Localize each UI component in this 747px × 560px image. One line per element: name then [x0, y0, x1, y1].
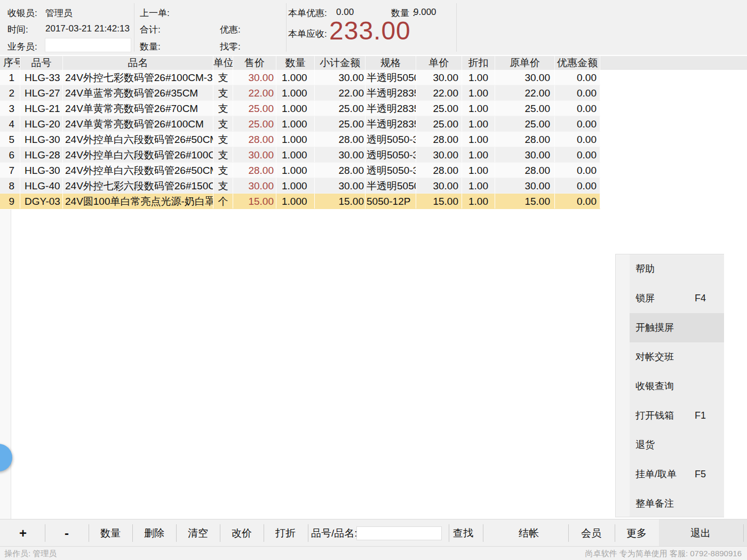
toolbar-divider — [615, 524, 615, 542]
cell-name: 24V外控单白六段数码管26#50CM — [63, 132, 213, 147]
status-bar: 操作员: 管理员 尚卓软件 专为简单使用 客服: 0792-8890916 — [0, 546, 747, 560]
cell-discount-amt: 0.00 — [555, 147, 600, 162]
cell-name: 24V单黄常亮数码管26#70CM — [63, 101, 213, 116]
cell-discount-amt: 0.00 — [555, 85, 600, 100]
menu-item-label: 帮助 — [635, 254, 655, 284]
item-search-input[interactable] — [356, 526, 442, 540]
cell-qty: 1.000 — [276, 70, 315, 85]
cell-unit: 支 — [213, 163, 233, 178]
toolbar-divider — [176, 524, 177, 542]
cell-unit-price: 25.00 — [416, 116, 462, 131]
cell-discount: 1.00 — [462, 116, 495, 131]
settle-button[interactable]: 结帐 — [519, 519, 539, 547]
table-row[interactable]: 5 HLG-30 24V外控单白六段数码管26#50CM 支 28.00 1.0… — [0, 132, 600, 147]
table-row[interactable]: 7 HLG-30 24V外控单白六段数码管26#50CM 支 28.00 1.0… — [0, 163, 600, 178]
cell-discount: 1.00 — [462, 70, 495, 85]
more-button[interactable]: 更多 — [626, 519, 647, 547]
menu-item-open-drawer[interactable]: 打开钱箱 F1 — [616, 401, 724, 430]
cell-orig-price: 30.00 — [495, 70, 555, 85]
cell-orig-price: 28.00 — [495, 163, 555, 178]
table-row[interactable]: 6 HLG-28 24V外控单白六段数码管26#100CM 支 30.00 1.… — [0, 147, 600, 163]
cell-qty: 1.000 — [276, 116, 315, 131]
member-button[interactable]: 会员 — [581, 519, 601, 547]
cell-code: HLG-21 — [20, 101, 63, 116]
order-discount-label: 本单优惠: — [288, 7, 327, 19]
menu-item-help[interactable]: 帮助 — [616, 254, 724, 284]
reprice-button[interactable]: 改价 — [232, 519, 252, 547]
menu-item-label: 收银查询 — [635, 372, 674, 401]
cell-discount-amt: 0.00 — [555, 163, 600, 178]
items-table: 序号 品号 品名 单位 售价 数量 小计金额 规格 单价 折扣 原单价 优惠金额… — [0, 56, 747, 209]
toolbar-divider — [264, 524, 264, 542]
toolbar-divider — [568, 524, 569, 542]
plus-button[interactable]: + — [19, 519, 27, 547]
cell-index: 2 — [0, 85, 20, 100]
menu-item-touch-screen[interactable]: 开触摸屏 — [616, 313, 724, 342]
menu-item-hold-retrieve[interactable]: 挂单/取单 F5 — [616, 460, 724, 489]
left-drawer-strip — [0, 210, 11, 519]
delete-button[interactable]: 删除 — [144, 519, 164, 547]
cell-qty: 1.000 — [276, 163, 315, 178]
discount-label: 优惠: — [220, 23, 241, 36]
cell-discount-amt: 0.00 — [555, 101, 600, 116]
cell-discount: 1.00 — [462, 147, 495, 162]
menu-item-returns[interactable]: 退货 — [616, 430, 724, 460]
col-header-qty: 数量 — [276, 56, 315, 70]
cell-code: HLG-27 — [20, 85, 63, 100]
cell-orig-price: 30.00 — [495, 178, 555, 193]
cell-price: 30.00 — [233, 178, 276, 193]
cell-discount: 1.00 — [462, 163, 495, 178]
menu-item-order-note[interactable]: 整单备注 — [616, 489, 724, 518]
cell-code: HLG-30 — [20, 163, 63, 178]
menu-item-shortcut: F1 — [695, 401, 706, 430]
table-row[interactable]: 4 HLG-20 24V单黄常亮数码管26#100CM 支 25.00 1.00… — [0, 116, 600, 132]
cell-price: 22.00 — [233, 85, 276, 100]
cell-price: 15.00 — [233, 194, 276, 209]
col-header-subtotal: 小计金额 — [315, 56, 365, 70]
cell-name: 24V外控七彩六段数码管26#150CM — [63, 178, 213, 193]
cell-unit: 支 — [213, 70, 233, 85]
exit-button[interactable]: 退出 — [690, 519, 711, 547]
clear-button[interactable]: 清空 — [188, 519, 208, 547]
minus-button[interactable]: - — [65, 519, 69, 547]
cell-price: 25.00 — [233, 116, 276, 131]
table-row[interactable]: 8 HLG-40 24V外控七彩六段数码管26#150CM 支 30.00 1.… — [0, 178, 600, 194]
table-row[interactable]: 1 HLG-33 24V外控七彩数码管26#100CM-36P 支 30.00 … — [0, 70, 600, 85]
col-header-spec: 规格 — [365, 56, 416, 70]
table-row[interactable]: 2 HLG-27 24V单蓝常亮数码管26#35CM 支 22.00 1.000… — [0, 85, 600, 101]
menu-item-lock-screen[interactable]: 锁屏 F4 — [616, 284, 724, 313]
col-header-index: 序号 — [0, 56, 20, 70]
time-label: 时间: — [7, 23, 28, 36]
cell-unit: 支 — [213, 147, 233, 162]
cell-qty: 1.000 — [276, 178, 315, 193]
quantity-button[interactable]: 数量 — [100, 519, 121, 547]
topbar: 收银员: 管理员 时间: 2017-03-21 21:42:13 业务员: 上一… — [0, 0, 747, 55]
order-qty-value: 9.000 — [414, 7, 436, 18]
menu-item-shift-reconcile[interactable]: 对帐交班 — [616, 342, 724, 372]
menu-item-cashier-query[interactable]: 收银查询 — [616, 372, 724, 401]
salesman-input[interactable] — [45, 38, 131, 52]
cell-spec: 半透明2835- — [365, 85, 416, 100]
menu-item-label: 对帐交班 — [635, 342, 674, 372]
menu-item-label: 打开钱箱 — [635, 401, 674, 430]
cell-price: 28.00 — [233, 132, 276, 147]
salesman-label: 业务员: — [7, 41, 37, 53]
cell-discount-amt: 0.00 — [555, 116, 600, 131]
topbar-divider — [134, 3, 134, 52]
cell-index: 9 — [0, 194, 20, 209]
cell-index: 6 — [0, 147, 20, 162]
find-button[interactable]: 查找 — [453, 519, 473, 547]
cell-code: DGY-03 — [20, 194, 63, 209]
cell-name: 24V外控单白六段数码管26#100CM — [63, 147, 213, 162]
cell-unit: 支 — [213, 132, 233, 147]
menu-item-label: 整单备注 — [635, 489, 674, 518]
cashier-label: 收银员: — [7, 7, 37, 19]
table-row[interactable]: 9 DGY-03 24V圆100单白常亮点光源-奶白罩 个 15.00 1.00… — [0, 194, 600, 209]
cell-subtotal: 25.00 — [315, 116, 365, 131]
cell-unit-price: 30.00 — [416, 70, 462, 85]
col-header-name: 品名 — [63, 56, 213, 70]
cell-spec: 半透明5050- — [365, 178, 416, 193]
discount-button[interactable]: 打折 — [275, 519, 296, 547]
table-row[interactable]: 3 HLG-21 24V单黄常亮数码管26#70CM 支 25.00 1.000… — [0, 101, 600, 116]
cell-price: 25.00 — [233, 101, 276, 116]
